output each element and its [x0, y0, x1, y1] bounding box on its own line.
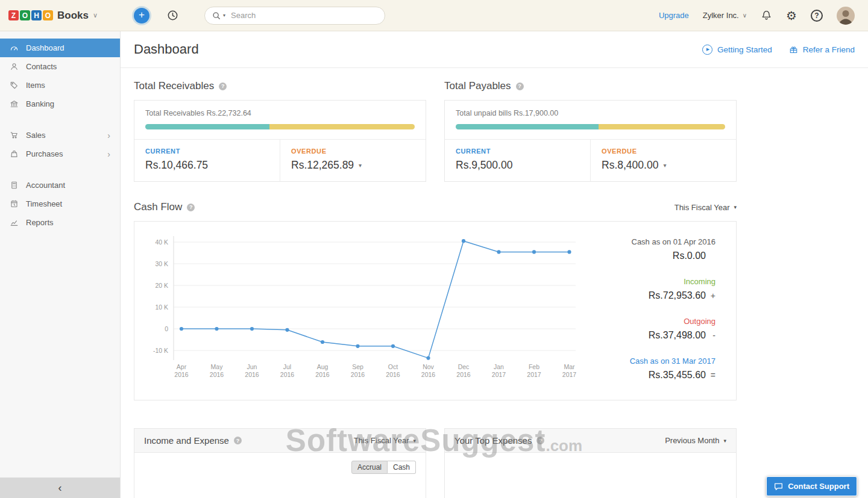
svg-text:Jan: Jan: [494, 363, 504, 370]
svg-text:Sep: Sep: [352, 363, 363, 370]
receivables-current-cell: CURRENT Rs.10,466.75: [134, 140, 280, 181]
svg-text:2016: 2016: [210, 371, 224, 378]
svg-text:20 K: 20 K: [155, 282, 168, 289]
cash-toggle-button[interactable]: Cash: [388, 461, 416, 474]
sidebar-item-items[interactable]: Items: [0, 76, 120, 95]
sidebar-item-purchases[interactable]: Purchases ›: [0, 145, 120, 163]
svg-text:2016: 2016: [386, 371, 400, 378]
svg-text:Aug: Aug: [317, 363, 329, 370]
svg-text:2016: 2016: [174, 371, 189, 378]
svg-text:30 K: 30 K: [155, 260, 168, 267]
help-icon[interactable]: ?: [516, 82, 524, 90]
recent-history-icon[interactable]: [166, 9, 179, 22]
search-scope-caret-icon[interactable]: ▾: [223, 13, 225, 18]
receivables-title: Total Receivables: [134, 80, 214, 92]
cashflow-summary: Cash as on 01 Apr 2016 Rs.0.00 Incoming …: [593, 222, 736, 400]
sidebar-item-timesheet[interactable]: Timesheet: [0, 195, 120, 213]
dashboard-icon: [10, 43, 19, 52]
zoho-logo-letter: Z: [8, 10, 19, 20]
caret-down-icon: ▾: [413, 438, 416, 444]
help-icon[interactable]: ?: [234, 437, 242, 444]
total-receivables-section: Total Receivables ? Total Receivables Rs…: [134, 80, 426, 182]
income-expense-period-select[interactable]: This Fiscal Year ▾: [354, 436, 416, 445]
sidebar-item-label: Contacts: [26, 62, 57, 71]
svg-text:2017: 2017: [527, 371, 541, 378]
svg-text:40 K: 40 K: [155, 238, 168, 246]
caret-down-icon[interactable]: ▾: [663, 162, 666, 169]
sidebar-item-contacts[interactable]: Contacts: [0, 57, 120, 76]
svg-text:2016: 2016: [456, 371, 471, 378]
sidebar-item-label: Timesheet: [26, 199, 62, 208]
plus-icon: +: [139, 10, 145, 20]
sidebar-item-reports[interactable]: Reports: [0, 213, 120, 232]
purchases-bag-icon: [10, 149, 19, 158]
caret-down-icon: ▾: [723, 438, 726, 444]
receivables-bar-overdue: [269, 124, 415, 129]
getting-started-link[interactable]: ▶ Getting Started: [702, 45, 772, 55]
org-selector[interactable]: Zylker Inc. ∨: [703, 11, 747, 20]
sales-cart-icon: [10, 131, 19, 140]
sidebar-item-dashboard[interactable]: Dashboard: [0, 39, 120, 57]
receivables-overdue-cell: OVERDUE Rs.12,265.89 ▾: [280, 140, 426, 181]
help-icon[interactable]: ?: [536, 437, 544, 444]
chevron-right-icon: ›: [107, 131, 110, 140]
overdue-value: Rs.12,265.89 ▾: [291, 159, 415, 172]
svg-text:2016: 2016: [315, 371, 330, 378]
user-avatar[interactable]: [837, 7, 855, 25]
sidebar-item-banking[interactable]: Banking: [0, 95, 120, 113]
top-expenses-title: Your Top Expenses: [454, 435, 532, 446]
main-content: Dashboard ▶ Getting Started Refer a Frie…: [121, 31, 868, 498]
chevron-down-icon: ∨: [743, 12, 747, 19]
calculator-icon: [10, 181, 19, 190]
sidebar-item-accountant[interactable]: Accountant: [0, 176, 120, 195]
chevron-right-icon: ›: [107, 149, 110, 159]
payables-title: Total Payables: [444, 80, 511, 92]
svg-text:Feb: Feb: [529, 363, 539, 370]
svg-text:2017: 2017: [562, 371, 577, 378]
sidebar-item-label: Banking: [26, 99, 54, 108]
sidebar-item-label: Items: [26, 81, 45, 90]
cashflow-chart: 40 K30 K20 K10 K0-10 KApr2016May2016Jun2…: [140, 231, 587, 383]
overdue-value: Rs.8,400.00 ▾: [602, 159, 725, 172]
svg-text:Apr: Apr: [177, 363, 187, 370]
sidebar-item-label: Purchases: [26, 149, 63, 158]
sidebar-item-sales[interactable]: Sales ›: [0, 126, 120, 145]
accrual-toggle-button[interactable]: Accrual: [351, 461, 388, 474]
cash-opening-row: Cash as on 01 Apr 2016 Rs.0.00: [593, 237, 715, 261]
svg-text:Jul: Jul: [283, 363, 291, 370]
caret-down-icon[interactable]: ▾: [359, 162, 362, 169]
notifications-bell-icon[interactable]: [761, 10, 772, 21]
help-icon[interactable]: ?: [187, 204, 195, 211]
refer-friend-link[interactable]: Refer a Friend: [789, 45, 855, 54]
top-expenses-card: Your Top Expenses ? Previous Month ▾: [444, 428, 737, 498]
timesheet-icon: [10, 199, 19, 208]
org-brand-menu[interactable]: Z O H O Books ∨: [0, 10, 121, 22]
gift-icon: [789, 45, 798, 54]
receivables-bar-current: [145, 124, 269, 129]
cash-outgoing-row: Outgoing Rs.37,498.00-: [593, 317, 715, 341]
svg-text:2017: 2017: [492, 371, 506, 378]
cashflow-period-select[interactable]: This Fiscal Year ▾: [675, 203, 737, 212]
items-tag-icon: [10, 81, 19, 90]
receivables-summary: Total Receivables Rs.22,732.64: [145, 109, 415, 117]
zoho-logo-letter: O: [20, 10, 30, 20]
top-expenses-period-select[interactable]: Previous Month ▾: [665, 436, 726, 445]
sidebar-collapse-button[interactable]: ‹: [0, 478, 120, 498]
topbar: Z O H O Books ∨ + ▾ Upgrade Zylker Inc. …: [0, 0, 868, 31]
contact-support-button[interactable]: Contact Support: [766, 476, 857, 496]
help-icon[interactable]: ?: [219, 82, 227, 90]
settings-gear-icon[interactable]: ⚙: [786, 10, 797, 22]
search-box[interactable]: ▾: [204, 7, 385, 25]
cash-incoming-row: Incoming Rs.72,953.60+: [593, 277, 715, 301]
search-input[interactable]: [230, 10, 377, 20]
payables-bar: [456, 124, 725, 129]
payables-current-cell: CURRENT Rs.9,500.00: [445, 140, 590, 181]
quick-create-button[interactable]: +: [134, 8, 149, 23]
svg-text:10 K: 10 K: [155, 303, 168, 311]
zoho-logo-letter: H: [31, 10, 42, 20]
sidebar-item-label: Dashboard: [26, 43, 64, 52]
search-icon: [212, 11, 221, 20]
help-icon[interactable]: ?: [811, 10, 823, 22]
upgrade-link[interactable]: Upgrade: [659, 11, 689, 20]
overdue-label: OVERDUE: [602, 148, 725, 155]
